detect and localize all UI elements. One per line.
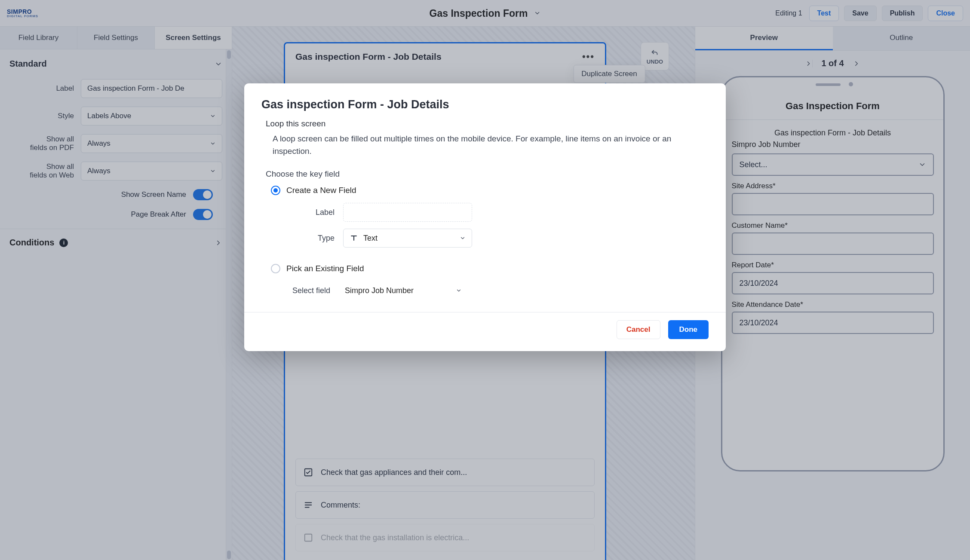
cancel-button[interactable]: Cancel — [617, 320, 660, 339]
select-field-row: Select field Simpro Job Number — [279, 281, 709, 300]
loop-screen-modal: Gas inspection Form - Job Details Loop t… — [244, 83, 726, 351]
new-field-type-row: Type Text — [296, 229, 709, 248]
option-pick-existing[interactable]: Pick an Existing Field — [271, 264, 709, 273]
text-type-icon — [350, 234, 358, 242]
chevron-down-icon — [456, 288, 462, 294]
modal-actions: Cancel Done — [261, 320, 709, 339]
radio-unchecked-icon — [271, 264, 280, 273]
done-button[interactable]: Done — [668, 320, 709, 339]
modal-loop-heading: Loop this screen — [266, 119, 709, 129]
modal-title: Gas inspection Form - Job Details — [261, 98, 709, 111]
chevron-down-icon — [460, 235, 466, 241]
option-create-new[interactable]: Create a New Field — [271, 186, 709, 195]
modal-divider — [244, 312, 726, 312]
new-field-label-row: Label — [296, 203, 709, 222]
new-field-type-select[interactable]: Text — [343, 229, 472, 248]
modal-loop-desc: A loop screen can be filled out multiple… — [273, 133, 709, 157]
modal-choose-label: Choose the key field — [266, 169, 709, 179]
new-field-label-input[interactable] — [343, 203, 472, 222]
select-existing-field[interactable]: Simpro Job Number — [339, 281, 468, 300]
radio-checked-icon — [271, 186, 280, 195]
